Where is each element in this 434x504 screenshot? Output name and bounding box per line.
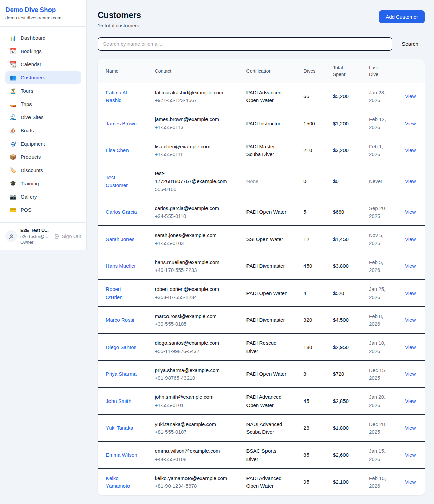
table-row: Priya Sharma priya.sharma@example.com +9… bbox=[98, 360, 425, 388]
sidebar-item-products[interactable]: 📦 Products bbox=[5, 151, 81, 163]
sidebar-item-customers[interactable]: 👥 Customers bbox=[5, 71, 81, 84]
view-link[interactable]: View bbox=[405, 317, 416, 323]
sidebar-item-discounts[interactable]: 🏷️ Discounts bbox=[5, 164, 81, 176]
dives-value: 8 bbox=[295, 360, 325, 388]
column-header-dives: Dives bbox=[295, 59, 325, 83]
sidebar-item-icon: ⛵ bbox=[9, 128, 16, 133]
sidebar-item-pos[interactable]: 💳 POS bbox=[5, 204, 81, 216]
total-spent-value: $2,100 bbox=[325, 468, 361, 495]
customer-email: emma.wilson@example.com bbox=[155, 447, 230, 455]
contact-cell: hans.mueller@example.com +49-170-555-223… bbox=[147, 253, 238, 280]
customer-name-link[interactable]: Hans Mueller bbox=[106, 263, 136, 269]
customer-email: james.brown@example.com bbox=[155, 115, 230, 123]
view-link[interactable]: View bbox=[405, 425, 416, 431]
view-link[interactable]: View bbox=[405, 452, 416, 458]
contact-cell: sarah.jones@example.com +1-555-0103 bbox=[147, 226, 238, 253]
customer-name-link[interactable]: Robert O'Brien bbox=[106, 286, 123, 300]
dives-value: 12 bbox=[295, 226, 325, 253]
view-link[interactable]: View bbox=[405, 398, 416, 404]
table-row: Hans Mueller hans.mueller@example.com +4… bbox=[98, 253, 425, 280]
customer-name-link[interactable]: Yuki Tanaka bbox=[106, 425, 133, 431]
sidebar-item-tours[interactable]: 🏝️ Tours bbox=[5, 85, 81, 97]
sidebar-item-dashboard[interactable]: 📊 Dashboard bbox=[5, 32, 81, 44]
total-spent-value: $3,200 bbox=[325, 137, 361, 164]
view-link[interactable]: View bbox=[405, 236, 416, 242]
user-section: E2E Test U... e2e-tester@... Owner Sign … bbox=[0, 222, 86, 250]
sign-out-button[interactable]: Sign Out bbox=[54, 234, 81, 239]
contact-cell: emma.wilson@example.com +44-555-0108 bbox=[147, 442, 238, 469]
sidebar-item-icon: 📦 bbox=[9, 154, 16, 160]
customer-name-link[interactable]: Marco Rossi bbox=[106, 317, 134, 323]
view-link[interactable]: View bbox=[405, 479, 416, 485]
last-dive-value: Sep 20, 2025 bbox=[361, 199, 397, 226]
customer-email: robert.obrien@example.com bbox=[155, 285, 230, 293]
customer-name-link[interactable]: Keiko Yamamoto bbox=[106, 475, 130, 489]
last-dive-value: Never bbox=[361, 164, 397, 199]
sidebar-item-icon: 👥 bbox=[9, 75, 16, 80]
customer-email: john.smith@example.com bbox=[155, 393, 230, 401]
customer-phone: 555-0100 bbox=[155, 185, 230, 193]
customer-phone: +353-87-555-1234 bbox=[155, 293, 230, 301]
contact-cell: priya.sharma@example.com +91-98765-43210 bbox=[147, 360, 238, 388]
customer-email: fatima.alrashid@example.com bbox=[155, 89, 230, 96]
sidebar-item-bookings[interactable]: 📅 Bookings bbox=[5, 45, 81, 57]
table-row: Test Customer test-1772681807767@example… bbox=[98, 164, 425, 199]
sidebar-item-label: Dashboard bbox=[21, 35, 45, 41]
avatar bbox=[5, 230, 17, 242]
dives-value: 95 bbox=[295, 468, 325, 495]
customer-name-link[interactable]: Carlos Garcia bbox=[106, 209, 137, 215]
search-input[interactable] bbox=[98, 37, 392, 51]
sidebar-item-trips[interactable]: 🚤 Trips bbox=[5, 98, 81, 110]
sidebar-header: Demo Dive Shop demo.test.divestreams.com bbox=[0, 0, 86, 27]
view-link[interactable]: View bbox=[405, 290, 416, 296]
view-link[interactable]: View bbox=[405, 178, 416, 184]
customer-email: test-1772681807767@example.com bbox=[155, 169, 230, 185]
view-link[interactable]: View bbox=[405, 344, 416, 350]
sidebar-item-label: POS bbox=[21, 207, 32, 213]
search-button[interactable]: Search bbox=[402, 41, 418, 47]
sidebar-item-calendar[interactable]: 📆 Calendar bbox=[5, 58, 81, 71]
view-link[interactable]: View bbox=[405, 93, 416, 99]
customer-name-link[interactable]: Fatima Al-Rashid bbox=[106, 90, 129, 103]
customer-name-link[interactable]: Emma Wilson bbox=[106, 452, 137, 458]
certification-value: PADI Divemaster bbox=[246, 263, 285, 269]
sidebar-item-training[interactable]: 🎓 Training bbox=[5, 177, 81, 190]
customer-name-link[interactable]: James Brown bbox=[106, 120, 137, 126]
view-link[interactable]: View bbox=[405, 147, 416, 153]
table-row: Marco Rossi marco.rossi@example.com +39-… bbox=[98, 306, 425, 334]
last-dive-value: Dec 28, 2025 bbox=[361, 414, 397, 442]
table-row: Yuki Tanaka yuki.tanaka@example.com +81-… bbox=[98, 414, 425, 442]
last-dive-value: Jan 10, 2026 bbox=[361, 334, 397, 361]
contact-cell: marco.rossi@example.com +39-555-0105 bbox=[147, 306, 238, 334]
sidebar-item-gallery[interactable]: 📷 Gallery bbox=[5, 190, 81, 203]
customer-name-link[interactable]: Sarah Jones bbox=[106, 236, 134, 242]
dives-value: 210 bbox=[295, 137, 325, 164]
sidebar-item-equipment[interactable]: 🤿 Equipment bbox=[5, 137, 81, 150]
customer-name-link[interactable]: Diego Santos bbox=[106, 344, 136, 350]
table-row: Lisa Chen lisa.chen@example.com +1-555-0… bbox=[98, 137, 425, 164]
customer-name-link[interactable]: Test Customer bbox=[106, 174, 128, 188]
total-spent-value: $2,850 bbox=[325, 388, 361, 415]
view-link[interactable]: View bbox=[405, 263, 416, 269]
table-row: Keiko Yamamoto keiko.yamamoto@example.co… bbox=[98, 468, 425, 495]
sidebar-item-icon: 📆 bbox=[9, 62, 16, 67]
view-link[interactable]: View bbox=[405, 120, 416, 126]
sidebar-item-boats[interactable]: ⛵ Boats bbox=[5, 124, 81, 137]
sidebar-item-dive-sites[interactable]: 🌊 Dive Sites bbox=[5, 111, 81, 124]
sidebar-item-label: Customers bbox=[21, 75, 45, 80]
total-spent-value: $720 bbox=[325, 360, 361, 388]
customer-name-link[interactable]: Lisa Chen bbox=[106, 147, 129, 153]
customer-phone: +1-555-0101 bbox=[155, 401, 230, 409]
certification-value: PADI Rescue Diver bbox=[246, 340, 277, 354]
sidebar-item-label: Dive Sites bbox=[21, 114, 44, 120]
main-content: Customers 15 total customers Add Custome… bbox=[87, 0, 434, 504]
add-customer-button[interactable]: Add Customer bbox=[379, 10, 425, 23]
sidebar-item-label: Tours bbox=[21, 88, 33, 94]
person-icon bbox=[8, 234, 14, 239]
certification-value: BSAC Sports Diver bbox=[246, 448, 276, 462]
view-link[interactable]: View bbox=[405, 371, 416, 377]
view-link[interactable]: View bbox=[405, 209, 416, 215]
customer-name-link[interactable]: Priya Sharma bbox=[106, 371, 137, 377]
page-title-block: Customers 15 total customers bbox=[98, 10, 141, 29]
customer-name-link[interactable]: John Smith bbox=[106, 398, 131, 404]
